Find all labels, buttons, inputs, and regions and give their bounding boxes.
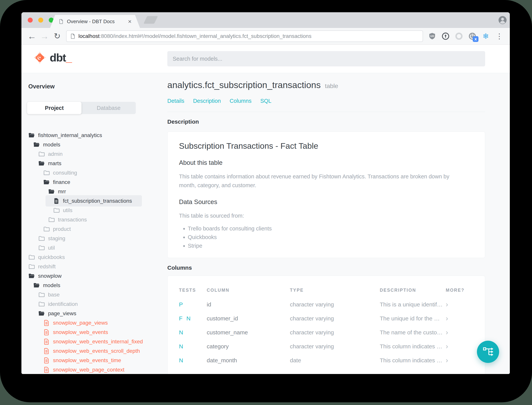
forward-button[interactable]: → xyxy=(39,32,50,40)
tree-item-models-2[interactable]: models xyxy=(27,281,164,290)
about-heading: About this table xyxy=(179,159,473,166)
folder-open-icon xyxy=(28,132,35,139)
col-header-column: COLUMN xyxy=(207,285,290,297)
tab-database[interactable]: Database xyxy=(81,102,136,114)
description-cell: The name of the custo… xyxy=(380,325,446,339)
browser-toolbar: ← → ↻ localhost:8080/index.html#!/model/… xyxy=(21,28,510,45)
sidebar-view-toggle: Project Database xyxy=(27,102,136,114)
description-card: Subscription Transactions - Fact Table A… xyxy=(167,131,485,258)
tree-item-quickbooks[interactable]: quickbooks xyxy=(27,252,164,262)
dbt-docs-app: dbt_ Overview Project Database fishtown_… xyxy=(21,45,510,374)
tree-item-utils[interactable]: utils xyxy=(27,206,164,215)
table-row[interactable]: N customer_name character varying The na… xyxy=(179,325,473,339)
folder-closed-icon xyxy=(38,151,45,157)
view-lineage-graph-button[interactable] xyxy=(477,341,499,363)
table-row[interactable]: P id character varying This is a unique … xyxy=(179,297,473,311)
tree-item-identification[interactable]: identification xyxy=(27,299,164,309)
columns-section-heading: Columns xyxy=(167,264,510,271)
app-header: dbt_ xyxy=(21,45,510,73)
address-bar[interactable]: localhost:8080/index.html#!/model/model.… xyxy=(66,30,423,42)
tree-item-transactions[interactable]: transactions xyxy=(27,215,164,224)
tree-item-models-1[interactable]: models xyxy=(27,140,164,149)
tab-project[interactable]: Project xyxy=(27,102,81,114)
file-tree: fishtown_internal_analytics models admin… xyxy=(27,130,164,374)
expand-row-chevron-icon[interactable]: › xyxy=(446,325,473,339)
expand-row-chevron-icon[interactable]: › xyxy=(446,311,473,325)
description-cell: This is a unique identif… xyxy=(380,297,446,311)
folder-open-icon xyxy=(48,188,55,195)
folder-open-icon xyxy=(38,160,45,167)
tree-item-fct-subscription-transactions[interactable]: fct_subscription_transactions xyxy=(27,196,164,206)
profile-avatar-icon[interactable] xyxy=(498,16,507,24)
model-file-icon xyxy=(43,366,50,373)
folder-open-icon xyxy=(28,273,35,279)
column-cell: customer_id xyxy=(207,311,290,325)
dbt-logo[interactable]: dbt_ xyxy=(34,52,72,64)
tree-item-snowplow-web-events-internal-fixed[interactable]: snowplow_web_events_internal_fixed xyxy=(27,337,164,346)
svg-text:UO: UO xyxy=(430,35,434,38)
browser-menu-icon[interactable]: ⋮ xyxy=(494,33,505,40)
tree-item-snowplow-web-events[interactable]: snowplow_web_events xyxy=(27,327,164,337)
type-cell: date xyxy=(290,353,380,367)
model-file-icon xyxy=(43,329,50,336)
sidebar: Overview Project Database fishtown_inter… xyxy=(21,73,164,374)
tree-item-page-views[interactable]: page_views xyxy=(27,309,164,318)
model-nav-tabs: Details Description Columns SQL xyxy=(167,98,510,104)
folder-closed-icon xyxy=(38,291,45,298)
folder-closed-icon xyxy=(38,235,45,242)
back-button[interactable]: ← xyxy=(26,32,38,40)
tree-item-snowplow[interactable]: snowplow xyxy=(27,271,164,281)
onepassword-extension-icon[interactable] xyxy=(441,32,450,40)
tab-columns[interactable]: Columns xyxy=(230,98,251,104)
tab-close-icon[interactable]: × xyxy=(128,18,131,25)
expand-row-chevron-icon[interactable]: › xyxy=(446,339,473,353)
description-section-heading: Description xyxy=(167,118,510,125)
col-header-description: DESCRIPTION xyxy=(380,285,446,297)
tree-item-marts[interactable]: marts xyxy=(27,159,164,168)
browser-tab[interactable]: Overview - DBT Docs × xyxy=(50,15,140,28)
minimize-window-button[interactable] xyxy=(38,18,43,23)
data-sources-heading: Data Sources xyxy=(179,198,473,206)
new-tab-button[interactable] xyxy=(144,16,158,24)
pocket-extension-icon[interactable] xyxy=(455,32,463,40)
tree-item-staging[interactable]: staging xyxy=(27,234,164,243)
tree-item-snowplow-web-events-time[interactable]: snowplow_web_events_time xyxy=(27,356,164,365)
folder-open-icon xyxy=(33,282,40,289)
browser-tab-strip: Overview - DBT Docs × xyxy=(21,12,510,28)
tree-item-redshift[interactable]: redshift xyxy=(27,262,164,271)
tab-sql[interactable]: SQL xyxy=(260,98,271,104)
tab-description[interactable]: Description xyxy=(193,98,221,104)
snowflake-extension-icon[interactable]: ❄ xyxy=(481,32,490,40)
ublock-extension-icon[interactable]: UO xyxy=(428,32,436,40)
tree-item-snowplow-page-views[interactable]: snowplow_page_views xyxy=(27,318,164,327)
folder-open-icon xyxy=(33,142,40,148)
close-window-button[interactable] xyxy=(28,18,33,23)
table-row[interactable]: N date_month date This column indicates … xyxy=(179,353,473,367)
reload-button[interactable]: ↻ xyxy=(52,32,63,40)
table-row[interactable]: F N customer_id character varying The un… xyxy=(179,311,473,325)
tree-item-util[interactable]: util xyxy=(27,243,164,252)
url-host: localhost xyxy=(79,33,100,39)
tab-details[interactable]: Details xyxy=(167,98,184,104)
search-input[interactable] xyxy=(167,51,485,67)
tree-item-fishtown-internal-analytics[interactable]: fishtown_internal_analytics xyxy=(27,130,164,140)
type-cell: character varying xyxy=(290,339,380,353)
expand-row-chevron-icon[interactable]: › xyxy=(446,353,473,367)
expand-row-chevron-icon[interactable]: › xyxy=(446,297,473,311)
tree-item-snowplow-web-events-scroll-depth[interactable]: snowplow_web_events_scroll_depth xyxy=(27,346,164,356)
tree-item-finance[interactable]: finance xyxy=(27,177,164,187)
type-cell: character varying xyxy=(290,325,380,339)
logo-underscore: _ xyxy=(66,51,72,64)
folder-closed-icon xyxy=(38,301,45,307)
folder-closed-icon xyxy=(38,245,45,251)
power-extension-icon[interactable]: x xyxy=(468,32,477,40)
tree-item-base[interactable]: base xyxy=(27,290,164,299)
table-row[interactable]: N category character varying This column… xyxy=(179,339,473,353)
tree-item-consulting[interactable]: consulting xyxy=(27,168,164,177)
tree-item-product[interactable]: product xyxy=(27,224,164,234)
dbt-logo-text: dbt_ xyxy=(50,52,72,63)
sidebar-overview-link[interactable]: Overview xyxy=(28,83,164,90)
tree-item-snowplow-web-page-context[interactable]: snowplow_web_page_context xyxy=(27,365,164,374)
tree-item-mrr[interactable]: mrr xyxy=(27,187,164,196)
tree-item-admin[interactable]: admin xyxy=(27,149,164,159)
